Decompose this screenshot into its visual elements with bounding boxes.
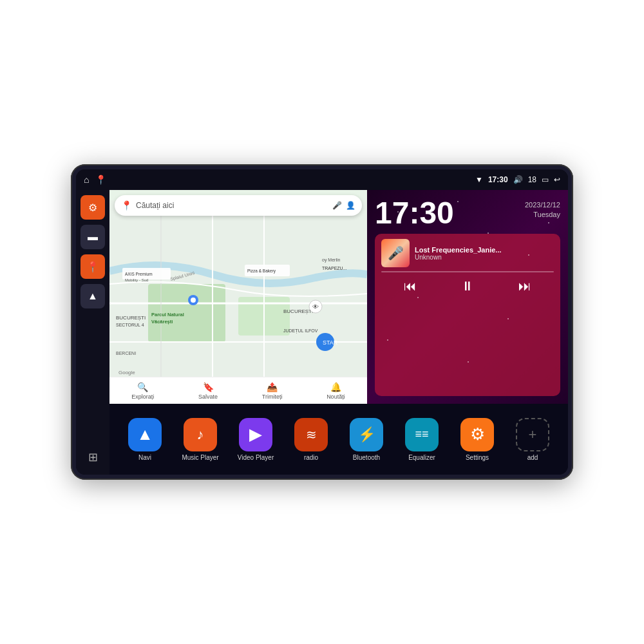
- svg-text:Parcul Natural: Parcul Natural: [151, 312, 184, 317]
- video-player-label: Video Player: [238, 454, 274, 461]
- radio-icon-img: ≋: [294, 418, 328, 451]
- map-bottom-bar: 🔍 Explorați 🔖 Salvate 📤 Trimiteți: [109, 377, 367, 404]
- pause-button[interactable]: ⏸: [453, 276, 482, 296]
- nav-arrow-icon: ▲: [88, 290, 98, 302]
- app-icon-settings[interactable]: ⚙ Settings: [455, 418, 500, 461]
- mic-icon[interactable]: 🎤: [332, 201, 342, 210]
- status-bar: ⌂ 📍 ▼ 17:30 🔊 18 ▭ ↩: [76, 169, 568, 190]
- map-nav-noutăți[interactable]: 🔔 Noutăți: [327, 382, 345, 400]
- info-panel: 17:30 2023/12/12 Tuesday 🎤: [367, 190, 568, 404]
- settings-icon: ⚙: [88, 202, 97, 214]
- video-icon-img: ▶: [239, 418, 272, 451]
- music-icon-img: ♪: [184, 418, 217, 451]
- equalizer-label: Equalizer: [408, 454, 435, 461]
- next-button[interactable]: ⏭: [511, 276, 539, 296]
- bluetooth-label: Bluetooth: [353, 454, 380, 461]
- map-search-text[interactable]: Căutați aici: [136, 201, 328, 210]
- navi-label: Navi: [138, 454, 151, 461]
- video-icon: ▶: [249, 424, 262, 444]
- battery-level: 18: [528, 175, 536, 184]
- svg-text:AXIS Premium: AXIS Premium: [125, 272, 153, 276]
- svg-text:BUCUREȘTI: BUCUREȘTI: [116, 315, 146, 321]
- svg-text:TRAPEZU...: TRAPEZU...: [322, 266, 347, 270]
- add-icon-img: +: [516, 418, 549, 451]
- music-progress-bar[interactable]: [381, 271, 554, 272]
- album-art-icon: 🎤: [388, 245, 404, 261]
- app-bar: ▲ Navi ♪ Music Player ▶ V: [109, 404, 568, 475]
- volume-icon: 🔊: [513, 175, 523, 184]
- main-content: ⚙ ▬ 📍 ▲ ⊞: [76, 190, 568, 475]
- maps-status-icon[interactable]: 📍: [95, 175, 106, 185]
- music-icon: ♪: [197, 426, 204, 443]
- map-nav-trimiteți[interactable]: 📤 Trimiteți: [262, 382, 283, 400]
- svg-text:Pizza & Bakery: Pizza & Bakery: [247, 269, 276, 274]
- status-time: 17:30: [488, 175, 508, 184]
- map-pin-sidebar-icon: 📍: [86, 261, 99, 273]
- grid-icon: ⊞: [88, 450, 98, 464]
- signal-icon: ▼: [475, 175, 483, 184]
- radio-icon: ≋: [306, 427, 317, 442]
- svg-text:Google: Google: [118, 370, 135, 375]
- svg-text:STAR: STAR: [323, 339, 338, 346]
- top-row: 📍 Căutați aici 🎤 👤: [109, 190, 568, 404]
- app-icon-radio[interactable]: ≋ radio: [289, 418, 334, 461]
- sidebar-btn-nav[interactable]: ▲: [80, 284, 105, 308]
- radio-label: radio: [304, 454, 318, 461]
- back-icon[interactable]: ↩: [554, 175, 560, 184]
- map-search-bar[interactable]: 📍 Căutați aici 🎤 👤: [115, 195, 362, 216]
- svg-text:BUCUREȘTI: BUCUREȘTI: [283, 308, 313, 314]
- home-icon[interactable]: ⌂: [84, 175, 89, 185]
- app-icon-video-player[interactable]: ▶ Video Player: [233, 418, 278, 461]
- map-search-pin-icon: 📍: [121, 200, 132, 211]
- settings-app-icon: ⚙: [470, 424, 485, 444]
- map-nav-explorați[interactable]: 🔍 Explorați: [131, 382, 154, 400]
- music-meta: Lost Frequencies_Janie... Unknown: [415, 246, 554, 261]
- battery-icon: ▭: [542, 175, 549, 184]
- svg-text:oy Merlin: oy Merlin: [322, 258, 341, 263]
- navi-icon-img: ▲: [128, 418, 162, 451]
- news-icon: 🔔: [330, 382, 341, 392]
- device-screen: ⌂ 📍 ▼ 17:30 🔊 18 ▭ ↩ ⚙ ▬: [76, 169, 568, 475]
- music-player: 🎤 Lost Frequencies_Janie... Unknown ⏮: [375, 234, 560, 396]
- sidebar-btn-settings[interactable]: ⚙: [80, 195, 105, 220]
- settings-icon-img: ⚙: [460, 418, 494, 451]
- music-info: 🎤 Lost Frequencies_Janie... Unknown: [381, 239, 554, 267]
- sidebar-btn-maps[interactable]: 📍: [80, 254, 105, 279]
- sidebar-grid-btn[interactable]: ⊞: [80, 445, 105, 469]
- svg-point-9: [191, 298, 196, 303]
- add-icon: +: [529, 426, 537, 443]
- app-icon-bluetooth[interactable]: ⚡ Bluetooth: [344, 418, 389, 461]
- saved-icon: 🔖: [203, 382, 214, 392]
- app-icon-music-player[interactable]: ♪ Music Player: [178, 418, 223, 461]
- bluetooth-icon: ⚡: [358, 426, 375, 443]
- music-title: Lost Frequencies_Janie...: [415, 246, 554, 254]
- folder-icon: ▬: [88, 231, 98, 243]
- map-svg: BUCUREȘTI SECTORUL 4 BUCUREȘTI JUDEȚUL I…: [109, 190, 367, 404]
- settings-label: Settings: [466, 454, 489, 461]
- map-container[interactable]: 📍 Căutați aici 🎤 👤: [109, 190, 367, 404]
- app-icon-navi[interactable]: ▲ Navi: [122, 418, 167, 461]
- svg-text:Mobility - Sud: Mobility - Sud: [125, 278, 148, 282]
- clock-time: 17:30: [375, 198, 454, 229]
- app-icon-equalizer[interactable]: ≡≡ Equalizer: [399, 418, 444, 461]
- map-nav-salvate[interactable]: 🔖 Salvate: [198, 382, 218, 400]
- clock-date: 2023/12/12 Tuesday: [525, 200, 560, 220]
- music-artist: Unknown: [415, 254, 554, 261]
- prev-button[interactable]: ⏮: [396, 276, 424, 296]
- clock-row: 17:30 2023/12/12 Tuesday: [375, 198, 560, 229]
- bluetooth-icon-img: ⚡: [350, 418, 383, 451]
- svg-text:SECTORUL 4: SECTORUL 4: [116, 323, 144, 327]
- add-label: add: [527, 454, 538, 461]
- user-icon[interactable]: 👤: [346, 201, 355, 210]
- svg-text:👁: 👁: [312, 303, 319, 310]
- svg-text:JUDEȚUL ILFOV: JUDEȚUL ILFOV: [283, 328, 318, 334]
- album-art: 🎤: [381, 239, 410, 267]
- navi-icon: ▲: [137, 424, 153, 444]
- svg-text:BERCENI: BERCENI: [116, 351, 136, 355]
- center-area: 📍 Căutați aici 🎤 👤: [109, 190, 568, 475]
- equalizer-icon-img: ≡≡: [405, 418, 439, 451]
- equalizer-icon: ≡≡: [415, 428, 428, 441]
- svg-text:Văcărești: Văcărești: [151, 319, 173, 325]
- app-icon-add[interactable]: + add: [510, 418, 555, 461]
- sidebar-btn-folder[interactable]: ▬: [80, 225, 105, 249]
